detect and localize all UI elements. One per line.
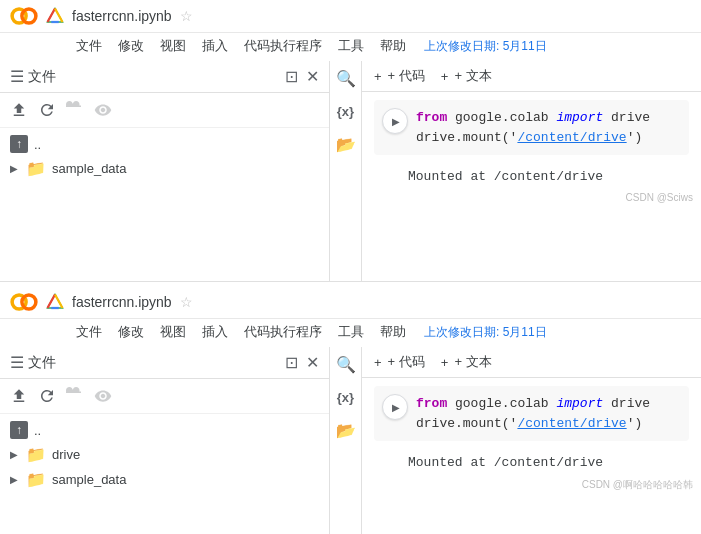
disabled-icon-1 (64, 99, 86, 121)
folder-sample-data-2[interactable]: ▶ 📁 sample_data (0, 467, 329, 492)
add-code-label-1: + 代码 (388, 67, 425, 85)
code-rest-1: drive (603, 110, 650, 125)
dotdot-label: .. (34, 137, 41, 152)
run-btn-1[interactable] (382, 108, 408, 134)
sidebar-icons-2: ⊡ ✕ (285, 353, 319, 372)
svg-point-1 (22, 9, 36, 23)
menu-tools-1[interactable]: 工具 (332, 35, 370, 57)
code-content-1: from google.colab import drive drive.mou… (416, 108, 681, 147)
code-line2-2: drive.mount(' (416, 416, 517, 431)
search-icon-2[interactable]: 🔍 (336, 355, 356, 374)
module-name-2: google.colab (447, 396, 556, 411)
menu-runtime-1[interactable]: 代码执行程序 (238, 35, 328, 57)
upload-icon[interactable] (8, 99, 30, 121)
add-text-btn-2[interactable]: + + 文本 (441, 353, 492, 371)
dotdot-label-2: .. (34, 423, 41, 438)
hamburger-icon-2[interactable]: ☰ (10, 353, 24, 372)
svg-line-11 (55, 295, 63, 309)
arrow-icon: ▶ (10, 163, 20, 174)
menu-runtime-2[interactable]: 代码执行程序 (238, 321, 328, 343)
menubar-2: 文件 修改 视图 插入 代码执行程序 工具 帮助 上次修改日期: 5月11日 (0, 319, 701, 347)
drive-icon-2 (46, 293, 64, 311)
run-btn-2[interactable] (382, 394, 408, 420)
new-folder-icon-2[interactable]: ⊡ (285, 353, 298, 372)
menu-view-2[interactable]: 视图 (154, 321, 192, 343)
search-icon-1[interactable]: 🔍 (336, 69, 356, 88)
code-cell-1: from google.colab import drive drive.mou… (374, 100, 689, 155)
sidebar-title-1: 文件 (28, 68, 281, 86)
filename-1: fasterrcnn.ipynb (72, 8, 172, 24)
disabled-icon-2 (92, 99, 114, 121)
menu-file-2[interactable]: 文件 (70, 321, 108, 343)
last-modified-1: 上次修改日期: 5月11日 (424, 38, 547, 55)
plus-text-icon-2: + (441, 355, 449, 370)
cell-output-2: Mounted at /content/drive (362, 449, 701, 476)
menu-edit-2[interactable]: 修改 (112, 321, 150, 343)
editor-area-2: + + 代码 + + 文本 from google.colab import d… (362, 347, 701, 534)
menu-insert-2[interactable]: 插入 (196, 321, 234, 343)
watermark-2: CSDN @啊哈哈哈哈哈韩 (362, 476, 701, 496)
menu-file-1[interactable]: 文件 (70, 35, 108, 57)
add-code-btn-2[interactable]: + + 代码 (374, 353, 425, 371)
editor-toolbar-1: + + 代码 + + 文本 (362, 61, 701, 92)
close-sidebar-icon-2[interactable]: ✕ (306, 353, 319, 372)
plus-text-icon-1: + (441, 69, 449, 84)
variables-icon-1[interactable]: {x} (337, 104, 354, 119)
module-name-1: google.colab (447, 110, 556, 125)
folder-drive-2[interactable]: ▶ 📁 drive (0, 442, 329, 467)
file-tree-2: ↑ .. ▶ 📁 drive ▶ 📁 sample_data (0, 414, 329, 534)
left-icons-2: 🔍 {x} 📂 (330, 347, 362, 534)
close-sidebar-icon[interactable]: ✕ (306, 67, 319, 86)
svg-point-7 (22, 295, 36, 309)
new-folder-icon[interactable]: ⊡ (285, 67, 298, 86)
topbar-2: fasterrcnn.ipynb ☆ (0, 286, 701, 319)
up-arrow-icon-2: ↑ (10, 421, 28, 439)
up-arrow-icon: ↑ (10, 135, 28, 153)
menu-help-1[interactable]: 帮助 (374, 35, 412, 57)
menu-edit-1[interactable]: 修改 (112, 35, 150, 57)
plus-code-icon-1: + (374, 69, 382, 84)
last-modified-2: 上次修改日期: 5月11日 (424, 324, 547, 341)
files-icon-2[interactable]: 📂 (336, 421, 356, 440)
sidebar-header-2: ☰ 文件 ⊡ ✕ (0, 347, 329, 379)
hamburger-icon[interactable]: ☰ (10, 67, 24, 86)
upload-icon-2[interactable] (8, 385, 30, 407)
panel-1: fasterrcnn.ipynb ☆ 文件 修改 视图 插入 代码执行程序 工具… (0, 0, 701, 282)
add-code-label-2: + 代码 (388, 353, 425, 371)
add-text-btn-1[interactable]: + + 文本 (441, 67, 492, 85)
add-text-label-2: + 文本 (454, 353, 491, 371)
menu-help-2[interactable]: 帮助 (374, 321, 412, 343)
add-text-label-1: + 文本 (454, 67, 491, 85)
star-icon-2[interactable]: ☆ (180, 294, 193, 310)
folder-icon-drive: 📁 (26, 445, 46, 464)
parent-dir-item-1[interactable]: ↑ .. (0, 132, 329, 156)
add-code-btn-1[interactable]: + + 代码 (374, 67, 425, 85)
colab-logo (10, 6, 38, 26)
content-area-1: ☰ 文件 ⊡ ✕ (0, 61, 701, 281)
parent-dir-item-2[interactable]: ↑ .. (0, 418, 329, 442)
sidebar-1: ☰ 文件 ⊡ ✕ (0, 61, 330, 281)
watermark-1: CSDN @Sciws (362, 190, 701, 207)
menu-view-1[interactable]: 视图 (154, 35, 192, 57)
folder-sample-data-1[interactable]: ▶ 📁 sample_data (0, 156, 329, 181)
disabled-icon-3 (64, 385, 86, 407)
menu-insert-1[interactable]: 插入 (196, 35, 234, 57)
refresh-icon-2[interactable] (36, 385, 58, 407)
folder-icon-1: 📁 (26, 159, 46, 178)
filename-2: fasterrcnn.ipynb (72, 294, 172, 310)
refresh-icon[interactable] (36, 99, 58, 121)
menu-tools-2[interactable]: 工具 (332, 321, 370, 343)
menubar-1: 文件 修改 视图 插入 代码执行程序 工具 帮助 上次修改日期: 5月11日 (0, 33, 701, 61)
code-cell-2: from google.colab import drive drive.mou… (374, 386, 689, 441)
editor-area-1: + + 代码 + + 文本 from google.colab import d… (362, 61, 701, 281)
svg-line-4 (48, 9, 56, 23)
plus-code-icon-2: + (374, 355, 382, 370)
content-area-2: ☰ 文件 ⊡ ✕ (0, 347, 701, 534)
file-tree-1: ↑ .. ▶ 📁 sample_data (0, 128, 329, 281)
star-icon-1[interactable]: ☆ (180, 8, 193, 24)
arrow-icon-sample: ▶ (10, 474, 20, 485)
panel-2: fasterrcnn.ipynb ☆ 文件 修改 视图 插入 代码执行程序 工具… (0, 286, 701, 534)
keyword-import-1: import (556, 110, 603, 125)
files-icon-1[interactable]: 📂 (336, 135, 356, 154)
variables-icon-2[interactable]: {x} (337, 390, 354, 405)
